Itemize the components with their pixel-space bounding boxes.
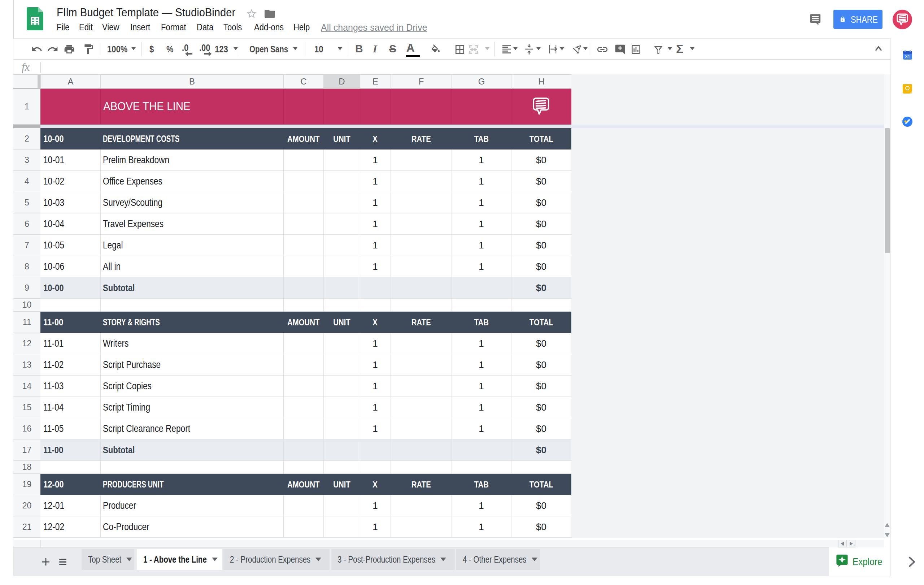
svg-text:31: 31	[905, 54, 910, 59]
